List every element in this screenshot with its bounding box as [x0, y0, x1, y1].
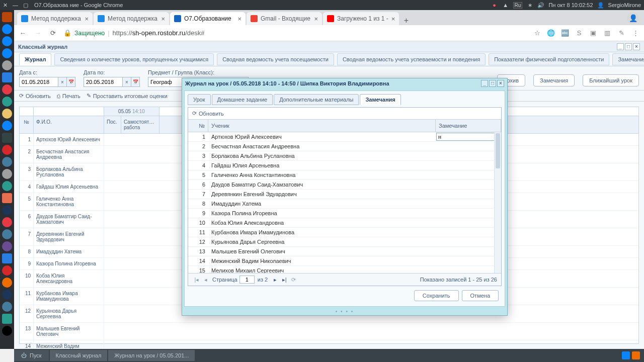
browser-tab[interactable]: Метод поддержка× — [17, 12, 93, 25]
launcher-item[interactable] — [2, 302, 12, 312]
launcher-item[interactable] — [2, 326, 12, 336]
table-row[interactable]: 3Борлакова Альбина Руслановна — [188, 151, 501, 161]
table-row[interactable]: 15Мелихов Михаил Сергеевич — [188, 266, 501, 273]
reload-icon[interactable]: ⟳ — [48, 29, 57, 37]
table-row[interactable]: 9Казюра Полина Игоревна — [188, 209, 501, 218]
table-row[interactable]: 7Деревянкин Евгений Эдуардович — [188, 190, 501, 199]
resize-handle-icon[interactable]: • • • • — [182, 309, 507, 315]
tab-close-icon[interactable]: × — [314, 15, 318, 23]
ext-icon-2[interactable]: ▥ — [603, 29, 612, 37]
modal-refresh-button[interactable]: Обновить — [192, 110, 224, 117]
user-avatar-icon[interactable]: 👤 — [597, 2, 604, 9]
launcher-item[interactable] — [2, 24, 12, 34]
record-icon[interactable]: ● — [491, 2, 498, 9]
first-page-icon[interactable]: |◂ — [192, 277, 201, 283]
launcher-item[interactable] — [2, 133, 12, 143]
launcher-item[interactable] — [2, 193, 12, 203]
modal-maximize-icon[interactable]: □ — [489, 80, 496, 87]
star-icon[interactable]: ☆ — [534, 29, 540, 37]
tab-close-icon[interactable]: × — [85, 15, 89, 23]
modal-tab[interactable]: Домашнее задание — [212, 94, 273, 105]
tab-close-icon[interactable]: × — [161, 15, 165, 23]
tray-icon[interactable] — [632, 351, 640, 359]
table-row[interactable]: 5Галиченко Анна Константиновна — [188, 170, 501, 180]
modal-close-icon[interactable]: × — [497, 80, 504, 87]
start-button[interactable]: ⏻ Пуск — [14, 350, 49, 361]
launcher-item[interactable] — [2, 36, 12, 46]
launcher-item[interactable] — [2, 145, 12, 155]
launcher-item[interactable] — [2, 157, 12, 167]
table-row[interactable]: 2Бесчастная Анастасия Андреевна — [188, 142, 501, 151]
table-row[interactable]: 14Межинский Вадим Николаевич — [188, 256, 501, 266]
translate-icon[interactable]: 🔤 — [560, 29, 570, 37]
profile-icon[interactable]: 👤 — [627, 12, 639, 24]
taskbar-item[interactable]: Классный журнал — [50, 350, 108, 361]
menu-icon[interactable]: ⋮ — [631, 29, 640, 37]
page-refresh-icon[interactable] — [289, 277, 298, 283]
table-row[interactable]: 8Имадуддин Хатема — [188, 199, 501, 209]
launcher-item[interactable] — [2, 181, 12, 191]
back-icon[interactable]: ← — [18, 29, 27, 37]
table-row[interactable]: 4Гайдаш Юлия Арсеньевна — [188, 161, 501, 170]
next-page-icon[interactable]: ▸ — [271, 277, 280, 283]
clock[interactable]: Пн окт 8 10:02:52 — [548, 2, 593, 8]
browser-tab[interactable]: О7.Образование× — [170, 12, 246, 25]
table-row[interactable]: 13Малышев Евгений Олегович — [188, 247, 501, 256]
username[interactable]: SergioMirone — [608, 2, 641, 8]
launcher-item[interactable] — [2, 72, 12, 82]
wifi-icon[interactable]: ▲ — [502, 2, 509, 9]
table-row[interactable]: 1Артюхов Юрий Алексеевич — [188, 132, 501, 142]
tab-close-icon[interactable]: × — [391, 15, 395, 23]
table-row[interactable]: 11Курбанова Имара Имамудинова — [188, 228, 501, 237]
modal-tab[interactable]: Урок — [188, 94, 211, 105]
launcher-item[interactable] — [2, 290, 12, 300]
modal-tab[interactable]: Замечания — [360, 94, 400, 105]
tab-close-icon[interactable]: × — [237, 15, 242, 23]
browser-tab[interactable]: Загружено 1 из 1 -× — [323, 12, 399, 25]
launcher-item[interactable] — [2, 205, 12, 215]
forward-icon[interactable]: → — [33, 29, 42, 37]
launcher-item[interactable] — [2, 229, 12, 239]
cancel-button[interactable]: Отмена — [462, 290, 499, 301]
launcher-item[interactable] — [2, 169, 12, 179]
table-row[interactable]: 6Даудов Баматгир Саид-Хамзатович — [188, 180, 501, 190]
skype-icon[interactable]: S — [575, 29, 584, 37]
browser-tab[interactable]: Gmail - Входящие× — [247, 12, 322, 25]
launcher-item[interactable] — [2, 109, 12, 119]
table-row[interactable]: 10Кобза Юлия Александровна — [188, 218, 501, 228]
prev-page-icon[interactable]: ◂ — [201, 277, 210, 283]
launcher-item[interactable] — [2, 12, 12, 22]
address-field[interactable]: 🔒 Защищено | https://sh-open.rostobr.ru/… — [63, 29, 528, 37]
taskbar-item[interactable]: Журнал на урок / 05.05.201... — [108, 350, 195, 361]
window-maximize-icon[interactable]: ▢ — [23, 2, 28, 9]
launcher-item[interactable] — [2, 97, 12, 107]
browser-tab[interactable]: Метод поддержка× — [94, 12, 169, 25]
launcher-item[interactable] — [2, 217, 12, 227]
globe-icon[interactable]: 🌐 — [546, 29, 555, 37]
table-row[interactable]: 12Курьянова Дарья Сергеевна — [188, 237, 501, 247]
launcher-item[interactable] — [2, 265, 12, 276]
window-close-icon[interactable]: ✕ — [3, 2, 8, 9]
launcher-item[interactable] — [2, 241, 12, 251]
page-input[interactable] — [239, 276, 255, 284]
new-tab-button[interactable]: + — [400, 16, 412, 25]
volume-icon[interactable]: 🔊 — [537, 2, 544, 9]
bluetooth-icon[interactable]: ∗ — [526, 2, 533, 9]
launcher-item[interactable] — [2, 278, 12, 288]
tray-icon[interactable] — [622, 351, 630, 359]
launcher-item[interactable] — [2, 84, 12, 95]
ext-icon-3[interactable]: ✎ — [617, 29, 626, 37]
last-page-icon[interactable]: ▸| — [280, 277, 289, 283]
launcher-item[interactable] — [2, 48, 12, 58]
save-button[interactable]: Сохранить — [414, 290, 459, 301]
launcher-item[interactable] — [2, 60, 12, 70]
launcher-item[interactable] — [2, 121, 12, 131]
modal-scrollbar[interactable] — [494, 132, 501, 273]
window-minimize-icon[interactable]: — — [13, 2, 18, 9]
modal-minimize-icon[interactable]: _ — [481, 80, 488, 87]
keyboard-layout[interactable]: Ru — [513, 2, 523, 9]
note-input[interactable] — [436, 133, 501, 141]
modal-tab[interactable]: Дополнительные материалы — [274, 94, 359, 105]
ext-icon-1[interactable]: ▣ — [589, 29, 598, 37]
launcher-item[interactable] — [2, 253, 12, 263]
